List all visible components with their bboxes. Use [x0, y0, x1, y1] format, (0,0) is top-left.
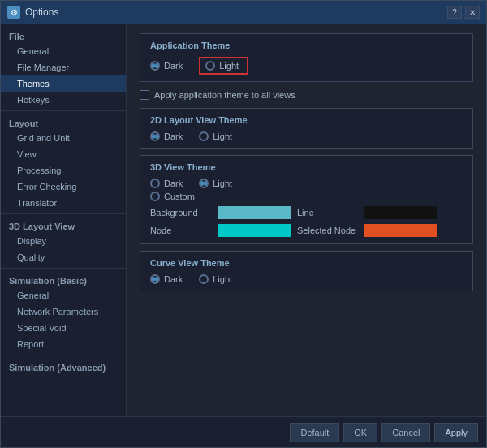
cancel-button[interactable]: Cancel [381, 423, 430, 442]
sidebar-item-grid-unit[interactable]: Grid and Unit [1, 130, 126, 146]
sidebar-item-hotkeys[interactable]: Hotkeys [1, 92, 126, 108]
app-theme-light-option[interactable]: Light [199, 57, 248, 75]
sel-node-color-label: Selected Node [297, 226, 358, 235]
sidebar-item-view[interactable]: View [1, 146, 126, 162]
view-3d-custom-row: Custom [150, 192, 463, 201]
layout-2d-theme-title: 2D Layout View Theme [150, 115, 463, 125]
main-panel: Application Theme Dark Light Apply appli… [127, 24, 486, 416]
title-bar: ⚙ Options ? ✕ [1, 1, 486, 24]
app-theme-radio-row: Dark Light [150, 57, 463, 75]
app-theme-group: Application Theme Dark Light [140, 33, 473, 82]
curve-view-theme-group: Curve View Theme Dark Light [140, 251, 473, 291]
app-theme-light-radio[interactable] [205, 61, 215, 71]
content-area: File General File Manager Themes Hotkeys… [1, 24, 486, 416]
view-3d-custom-label: Custom [164, 192, 195, 201]
sidebar-item-error-checking[interactable]: Error Checking [1, 179, 126, 195]
bg-color-label: Background [150, 208, 211, 218]
curve-view-dark-label: Dark [164, 274, 183, 284]
apply-theme-checkbox-row: Apply application theme to all views [140, 88, 473, 101]
sidebar-item-report[interactable]: Report [1, 336, 126, 352]
app-theme-light-label: Light [219, 61, 239, 71]
curve-view-dark-radio[interactable] [150, 274, 160, 284]
view-3d-radio-row: Dark Light [150, 179, 463, 188]
sidebar-section-sim-advanced: Simulation (Advanced) [1, 358, 126, 374]
sidebar: File General File Manager Themes Hotkeys… [1, 24, 127, 416]
sidebar-item-processing[interactable]: Processing [1, 162, 126, 179]
view-3d-color-row-2: Node Selected Node [150, 224, 463, 237]
layout-2d-theme-group: 2D Layout View Theme Dark Light [140, 108, 473, 149]
sidebar-item-special-void[interactable]: Special Void [1, 320, 126, 336]
curve-view-light-label: Light [213, 274, 232, 284]
node-color-swatch[interactable] [218, 224, 291, 237]
view-3d-custom-radio[interactable] [150, 192, 160, 201]
sidebar-item-file-manager[interactable]: File Manager [1, 59, 126, 75]
apply-button[interactable]: Apply [434, 423, 478, 442]
sidebar-section-layout: Layout [1, 114, 126, 130]
view-3d-color-row-1: Background Line [150, 206, 463, 219]
sidebar-item-network-params[interactable]: Network Parameters [1, 304, 126, 320]
options-window: ⚙ Options ? ✕ File General File Manager … [0, 0, 487, 448]
ok-button[interactable]: OK [343, 423, 377, 442]
sidebar-item-quality[interactable]: Quality [1, 249, 126, 265]
curve-view-light-option[interactable]: Light [199, 274, 232, 284]
app-theme-dark-radio[interactable] [150, 61, 160, 71]
close-button[interactable]: ✕ [465, 6, 480, 19]
line-color-swatch[interactable] [364, 206, 437, 219]
node-color-label: Node [150, 226, 211, 235]
app-theme-dark-option[interactable]: Dark [150, 61, 183, 71]
layout-2d-dark-option[interactable]: Dark [150, 131, 183, 141]
view-3d-theme-title: 3D View Theme [150, 162, 463, 172]
sidebar-item-display[interactable]: Display [1, 233, 126, 249]
layout-2d-dark-radio[interactable] [150, 131, 160, 141]
layout-2d-light-radio[interactable] [199, 131, 209, 141]
curve-view-radio-row: Dark Light [150, 274, 463, 284]
view-3d-light-label: Light [213, 179, 232, 188]
view-3d-theme-group: 3D View Theme Dark Light Custom [140, 155, 473, 244]
sel-node-color-swatch[interactable] [364, 224, 437, 237]
line-color-label: Line [297, 208, 358, 218]
view-3d-custom-option[interactable]: Custom [150, 192, 195, 201]
apply-theme-checkbox[interactable] [140, 90, 149, 100]
sidebar-section-file: File [1, 27, 126, 43]
app-theme-title: Application Theme [150, 41, 463, 50]
curve-view-light-radio[interactable] [199, 274, 209, 284]
sidebar-section-3d-layout: 3D Layout View [1, 217, 126, 233]
layout-2d-dark-label: Dark [164, 131, 183, 141]
view-3d-light-radio[interactable] [199, 179, 209, 188]
sidebar-section-sim-basic: Simulation (Basic) [1, 271, 126, 287]
default-button[interactable]: Default [290, 423, 339, 442]
sidebar-item-general[interactable]: General [1, 43, 126, 59]
curve-view-theme-title: Curve View Theme [150, 258, 463, 268]
view-3d-dark-label: Dark [164, 179, 183, 188]
layout-2d-light-option[interactable]: Light [199, 131, 232, 141]
title-bar-controls: ? ✕ [447, 6, 480, 19]
view-3d-dark-option[interactable]: Dark [150, 179, 183, 188]
apply-theme-label: Apply application theme to all views [154, 90, 295, 100]
curve-view-dark-option[interactable]: Dark [150, 274, 183, 284]
view-3d-dark-radio[interactable] [150, 179, 160, 188]
window-title: Options [25, 6, 442, 18]
sidebar-item-sim-general[interactable]: General [1, 287, 126, 304]
app-theme-dark-label: Dark [164, 61, 183, 71]
help-button[interactable]: ? [447, 6, 462, 19]
layout-2d-light-label: Light [213, 131, 232, 141]
layout-2d-radio-row: Dark Light [150, 131, 463, 141]
window-icon: ⚙ [7, 6, 20, 19]
sidebar-item-translator[interactable]: Translator [1, 195, 126, 211]
bg-color-swatch[interactable] [218, 206, 291, 219]
sidebar-item-themes[interactable]: Themes [1, 75, 126, 92]
view-3d-light-option[interactable]: Light [199, 179, 232, 188]
bottom-bar: Default OK Cancel Apply [1, 416, 486, 447]
